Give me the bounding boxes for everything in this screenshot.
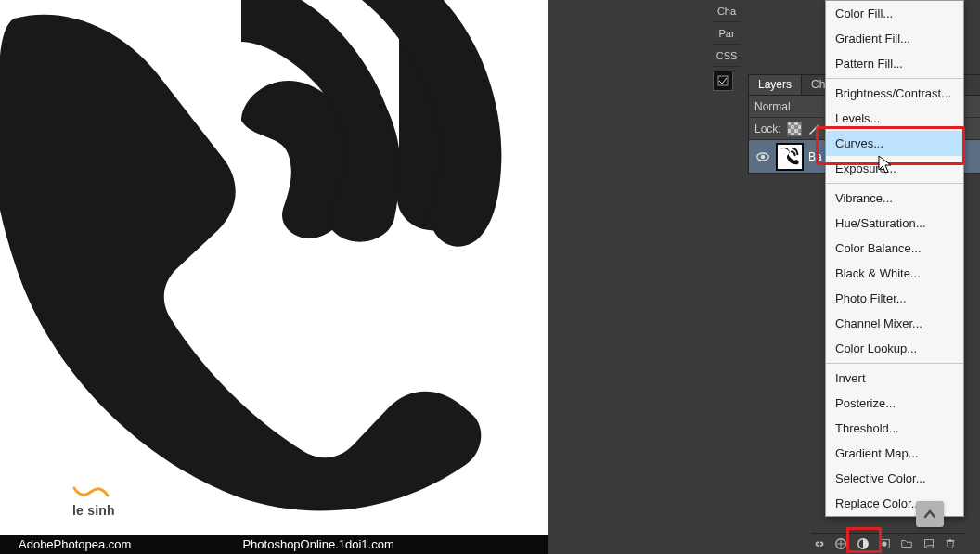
svg-point-7 <box>883 541 887 546</box>
ctx-item-color-fill[interactable]: Color Fill... <box>826 1 963 26</box>
ctx-item-gradient-map[interactable]: Gradient Map... <box>826 441 963 466</box>
ctx-item-black-white[interactable]: Black & White... <box>826 261 963 286</box>
ctx-item-selective-color[interactable]: Selective Color... <box>826 466 963 491</box>
ctx-item-photo-filter[interactable]: Photo Filter... <box>826 286 963 311</box>
ctx-item-posterize[interactable]: Posterize... <box>826 391 963 416</box>
ctx-item-invert[interactable]: Invert <box>826 366 963 391</box>
layer-thumbnail[interactable] <box>777 144 803 170</box>
watermark-logo-icon <box>72 486 110 503</box>
ctx-item-gradient-fill[interactable]: Gradient Fill... <box>826 26 963 51</box>
tab-css[interactable]: CSS <box>713 45 741 67</box>
link-layers-icon[interactable] <box>811 535 828 552</box>
tab-layers[interactable]: Layers <box>749 75 802 95</box>
ctx-item-vibrance[interactable]: Vibrance... <box>826 186 963 211</box>
ctx-item-color-balance[interactable]: Color Balance... <box>826 236 963 261</box>
tab-paragraph[interactable]: Par <box>713 22 741 45</box>
ctx-item-pattern-fill[interactable]: Pattern Fill... <box>826 51 963 76</box>
ctx-item-channel-mixer[interactable]: Channel Mixer... <box>826 311 963 336</box>
footer-bar: AdobePhotopea.com PhotoshopOnline.1doi1.… <box>0 535 548 554</box>
new-folder-icon[interactable] <box>898 535 915 552</box>
watermark: le sinh <box>72 486 115 518</box>
canvas-area[interactable]: le sinh <box>0 0 548 535</box>
layer-name: Ba <box>808 150 822 163</box>
lock-label: Lock: <box>754 122 781 135</box>
ctx-item-brightness-contrast[interactable]: Brightness/Contrast... <box>826 81 963 106</box>
tab-character[interactable]: Cha <box>713 0 741 22</box>
menu-separator <box>826 363 963 364</box>
ctx-item-levels[interactable]: Levels... <box>826 106 963 131</box>
blend-mode-value: Normal <box>754 100 791 113</box>
menu-separator <box>826 183 963 184</box>
css-badge-icon[interactable] <box>713 71 733 91</box>
visibility-eye-icon[interactable] <box>754 148 771 165</box>
watermark-text: le sinh <box>72 503 115 518</box>
footer-url-left: AdobePhotopea.com <box>19 537 131 551</box>
scroll-to-top-button[interactable] <box>916 501 944 527</box>
footer-url-right: PhotoshopOnline.1doi1.com <box>242 537 393 551</box>
phone-ringing-artwork <box>0 0 548 535</box>
ctx-item-exposure[interactable]: Exposure... <box>826 156 963 181</box>
svg-point-2 <box>761 154 765 158</box>
ctx-item-color-lookup[interactable]: Color Lookup... <box>826 336 963 361</box>
lock-brush-icon[interactable] <box>807 122 820 135</box>
adjustment-layer-menu: Color Fill...Gradient Fill...Pattern Fil… <box>825 0 964 517</box>
layers-panel-bottom-bar <box>811 533 964 553</box>
collapsed-panel-tabs: Cha Par CSS <box>713 0 741 91</box>
ctx-item-threshold[interactable]: Threshold... <box>826 416 963 441</box>
menu-separator <box>826 78 963 79</box>
new-layer-icon[interactable] <box>921 535 937 552</box>
adjustment-layer-icon[interactable] <box>855 535 871 552</box>
chevron-up-icon <box>923 509 936 520</box>
ctx-item-curves[interactable]: Curves... <box>826 131 963 156</box>
layer-mask-icon[interactable] <box>877 535 894 552</box>
delete-layer-icon[interactable] <box>942 535 959 552</box>
lock-transparent-icon[interactable] <box>787 122 802 136</box>
layer-fx-icon[interactable] <box>833 535 850 552</box>
ctx-item-hue-saturation[interactable]: Hue/Saturation... <box>826 211 963 236</box>
